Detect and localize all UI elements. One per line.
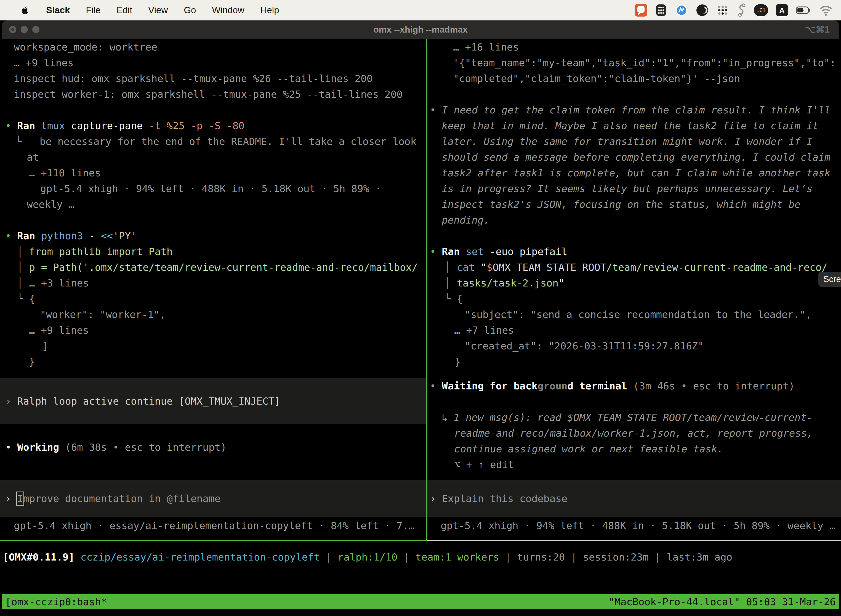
text-segment: pending. <box>442 214 489 226</box>
terminal-line: … +9 lines <box>0 55 426 70</box>
text-segment: << <box>101 230 113 242</box>
menu-item-window[interactable]: Window <box>204 5 252 15</box>
text-segment: team:1 workers <box>416 551 499 563</box>
text-segment: "worker": "worker-1", <box>40 309 166 320</box>
text-cursor: I <box>17 491 23 506</box>
prompt-input-left[interactable]: › Improve documentation in @filename <box>0 480 426 517</box>
menu-item-go[interactable]: Go <box>176 5 204 15</box>
apple-icon[interactable] <box>21 5 30 16</box>
text-segment: last:3m ago <box>667 551 732 563</box>
omx-status-line: [OMX#0.11.9] cczip/essay/ai-reimplementa… <box>0 549 841 565</box>
badge-61-icon[interactable]: ..61 <box>754 4 768 16</box>
grid-shield-icon[interactable] <box>655 4 667 16</box>
text-segment: ↳ <box>442 412 454 423</box>
terminal-line: ] <box>0 338 426 354</box>
menu-items: SlackFileEditViewGoWindowHelp <box>38 5 287 15</box>
text-segment: │ <box>17 262 29 273</box>
terminal-line: later. Using the same for transition mig… <box>428 133 841 149</box>
spacer <box>428 370 841 378</box>
terminal-line: … +16 lines <box>428 39 841 55</box>
menu-item-view[interactable]: View <box>140 5 176 15</box>
terminal-line: continue assigned work or next feasible … <box>428 441 841 457</box>
spacer <box>0 424 426 439</box>
text-segment: • <box>5 441 17 453</box>
hex-badge-icon[interactable] <box>675 4 688 17</box>
text-segment: • <box>430 104 442 116</box>
keyboard-layout-icon[interactable]: A <box>776 4 788 16</box>
text-segment: continue assigned work or next feasible … <box>454 443 723 455</box>
terminal-line: └ be necessary for the end of the README… <box>0 133 426 149</box>
battery-icon[interactable] <box>796 6 811 14</box>
terminal-line: … +9 lines <box>0 322 426 338</box>
s-curve-icon[interactable] <box>737 3 746 17</box>
terminal-line: readme-and-reco/mailbox/worker-1.json, a… <box>428 425 841 441</box>
ralph-loop-banner[interactable]: › Ralph loop active continue [OMX_TMUX_I… <box>0 378 426 424</box>
text-segment: └ <box>16 136 22 147</box>
terminal-line: │ tasks/task-2.json" <box>428 275 841 291</box>
text-segment: | <box>499 551 517 563</box>
text-segment: set <box>466 246 490 257</box>
terminal-line: • Ran python3 - <<'PY' <box>0 228 426 244</box>
text-segment: -80 <box>227 120 245 131</box>
text-segment: capture-pane <box>71 120 149 131</box>
terminal-line: } <box>0 354 426 370</box>
text-segment: { <box>457 293 463 304</box>
pane-divider-vertical[interactable] <box>426 39 428 541</box>
dots-grid-icon[interactable] <box>716 4 729 16</box>
text-segment: python3 <box>41 230 89 242</box>
chat-app-icon[interactable] <box>634 4 647 16</box>
spacer <box>0 455 426 480</box>
text-segment: | <box>320 551 338 563</box>
text-segment: (6m 38s • esc to interrupt) <box>65 441 227 453</box>
text-segment: • <box>430 246 442 257</box>
text-segment: │ <box>17 277 29 289</box>
menu-item-slack[interactable]: Slack <box>38 5 78 15</box>
spacer <box>0 370 426 378</box>
text-segment: keep that in mind. Maybe I also need the… <box>442 120 818 131</box>
text-segment: gpt-5.4 xhigh · 94% left · 488K in · 5.1… <box>40 183 381 194</box>
text-segment: "created_at": "2026-03-31T11:59:27.816Z" <box>464 340 704 352</box>
terminal-line: is in progress? It seems likely but perh… <box>428 181 841 197</box>
terminal-line: └ { <box>0 291 426 307</box>
text-segment: cat <box>457 262 481 273</box>
text-segment: [OMX#0.11.9] <box>3 551 81 563</box>
text-segment: %25 <box>167 120 190 131</box>
terminal-line: • Ran set -euo pipefail <box>428 244 841 260</box>
menu-item-edit[interactable]: Edit <box>108 5 140 15</box>
text-segment: session:23m <box>583 551 648 563</box>
terminal-line: at <box>0 149 426 165</box>
terminal-line: gpt-5.4 xhigh · essay/ai-reimplementatio… <box>0 518 426 534</box>
terminal-line: } <box>428 354 841 370</box>
text-segment: OMX_TEAM_STATE_ROOT <box>492 262 606 273</box>
terminal-line: gpt-5.4 xhigh · 94% left · 488K in · 5.1… <box>428 518 841 534</box>
wifi-icon[interactable] <box>819 5 833 16</box>
terminal-line: │ … +3 lines <box>0 275 426 291</box>
spacer <box>428 87 841 102</box>
text-segment: - <box>89 230 101 242</box>
hud-pane[interactable]: … +16 lines'{"team_name":"my-team","task… <box>428 39 841 540</box>
pane-divider-left[interactable] <box>0 540 426 541</box>
menu-item-help[interactable]: Help <box>252 5 287 15</box>
menu-item-file[interactable]: File <box>78 5 108 15</box>
text-segment: tmux <box>41 120 71 131</box>
text-segment: 1 new msg(s): read $OMX_TEAM_STATE_ROOT/… <box>454 412 812 423</box>
text-segment: … +16 lines <box>453 41 519 53</box>
text-segment: … +9 lines <box>29 324 89 336</box>
spacer <box>0 102 426 118</box>
text-segment: -t <box>149 120 167 131</box>
prompt-input-right[interactable]: › Explain this codebase <box>428 480 841 517</box>
text-segment: should send a message before completing … <box>442 151 831 163</box>
window-title: omx --xhigh --madmax <box>2 21 839 39</box>
tmux-session-label: [omx-cczip0:bash* <box>5 596 107 607</box>
pane-divider-right[interactable] <box>428 540 841 541</box>
tmux-status-bar: [omx-cczip0:bash* "MacBook-Pro-44.local"… <box>2 594 839 609</box>
window-shortcut-badge: ⌥⌘1 <box>805 21 830 39</box>
terminal-line: • Waiting for background terminal (3m 46… <box>428 378 841 394</box>
terminal-line: … +7 lines <box>428 322 841 338</box>
worker-pane[interactable]: workspace_mode: worktree… +9 linesinspec… <box>0 39 426 540</box>
terminal-line: • Working (6m 38s • esc to interrupt) <box>0 439 426 455</box>
window-title-bar[interactable]: omx --xhigh --madmax ⌥⌘1 <box>2 21 839 39</box>
moon-circle-icon[interactable] <box>696 4 709 16</box>
terminal-line: gpt-5.4 xhigh · 94% left · 488K in · 5.1… <box>0 181 426 197</box>
text-segment: turns:20 <box>517 551 565 563</box>
